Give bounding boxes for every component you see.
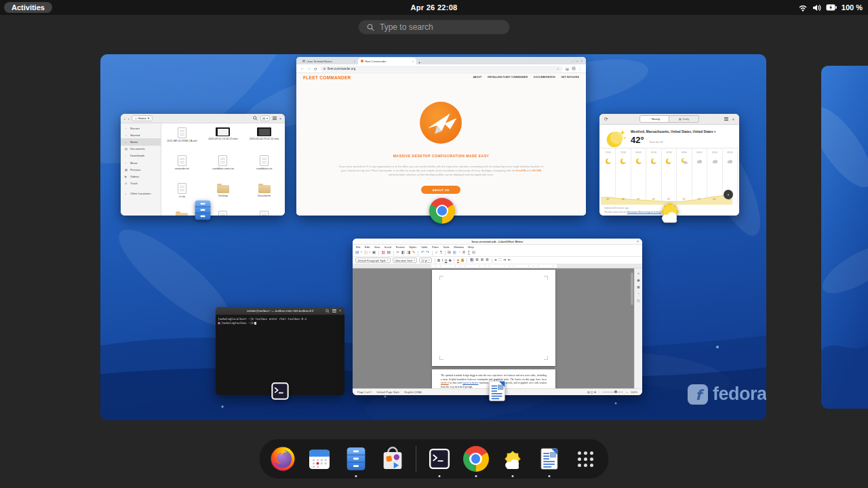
toolbar-icon[interactable]: ▤ bbox=[387, 251, 391, 255]
dock-show-applications[interactable] bbox=[572, 445, 599, 472]
text-link[interactable]: FreeIPA bbox=[516, 169, 526, 172]
file-item[interactable]: candidates.txt bbox=[243, 154, 285, 182]
menu-icon[interactable] bbox=[332, 309, 336, 312]
tab-hourly[interactable]: ◔Hourly bbox=[639, 115, 669, 123]
zoom-slider[interactable] bbox=[603, 392, 623, 393]
document-page-1[interactable] bbox=[432, 270, 555, 366]
file-item[interactable]: 2015-MF-01-RGM-CA.xml bbox=[161, 126, 203, 154]
bullet-list-button[interactable]: ∷ bbox=[498, 258, 501, 262]
writer-app-badge[interactable] bbox=[485, 379, 509, 403]
toolbar-icon[interactable]: ▾ bbox=[361, 251, 362, 253]
menu-tools[interactable]: Tools bbox=[443, 245, 450, 249]
address-bar[interactable]: fleet-commander.org ☆ bbox=[320, 66, 563, 72]
extensions-icon[interactable]: ⊞ bbox=[566, 66, 569, 71]
properties-icon[interactable]: ≡ bbox=[637, 272, 639, 275]
close-icon[interactable]: × bbox=[339, 309, 341, 312]
back-button[interactable]: ‹ bbox=[124, 117, 125, 121]
search-icon[interactable] bbox=[253, 116, 258, 121]
minimize-icon[interactable]: – bbox=[572, 59, 573, 62]
toolbar-icon[interactable]: ¶ bbox=[440, 251, 442, 255]
bold-button[interactable]: B bbox=[437, 258, 440, 262]
path-button[interactable]: ⌂ Home ▾ bbox=[132, 115, 153, 121]
zoom-percent[interactable]: 100% bbox=[631, 390, 637, 394]
text-link[interactable]: layout behavior bbox=[462, 382, 478, 384]
menu-styles[interactable]: Styles bbox=[409, 245, 416, 249]
menu-file[interactable]: File bbox=[356, 245, 361, 249]
font-size-combo[interactable]: 12 pt▾ bbox=[419, 258, 432, 263]
files-app-badge[interactable] bbox=[191, 199, 214, 222]
menu-table[interactable]: Table bbox=[421, 245, 428, 249]
toolbar-icon[interactable]: ✎ bbox=[412, 251, 416, 255]
site-logo-text[interactable]: FLEET COMMANDER bbox=[303, 75, 351, 80]
toolbar-icon[interactable]: ↷ bbox=[426, 251, 429, 255]
toolbar-icon[interactable]: ◧ bbox=[401, 251, 405, 255]
terminal-app-badge[interactable] bbox=[269, 380, 291, 402]
page-count[interactable]: Page 1 of 2 bbox=[357, 390, 371, 394]
profile-avatar[interactable] bbox=[572, 66, 576, 70]
close-icon[interactable]: × bbox=[732, 117, 734, 121]
paragraph-style-combo[interactable]: Default Paragraph Style▾ bbox=[355, 258, 391, 263]
file-item[interactable] bbox=[243, 209, 285, 216]
file-item[interactable]: Documents bbox=[243, 182, 285, 209]
dock-firefox[interactable] bbox=[269, 445, 296, 472]
tab-close-icon[interactable]: × bbox=[354, 60, 355, 63]
menu-view[interactable]: View bbox=[374, 245, 380, 249]
toolbar-icon[interactable]: ↶ bbox=[421, 251, 425, 255]
dock-libreoffice-writer[interactable] bbox=[536, 445, 563, 472]
chrome-app-badge[interactable] bbox=[429, 198, 455, 224]
sidebar-item-home[interactable]: ⌂Home bbox=[121, 138, 161, 145]
italic-button[interactable]: I bbox=[442, 258, 443, 262]
clock[interactable]: Apr 26 22:08 bbox=[0, 0, 868, 15]
browser-tab-inactive[interactable]: Linux Terminal Basics × bbox=[300, 58, 358, 64]
next-hours-button[interactable]: › bbox=[724, 190, 733, 199]
search-icon[interactable] bbox=[326, 309, 330, 313]
dock-software[interactable] bbox=[379, 445, 406, 472]
toolbar-icon[interactable]: ✂ bbox=[396, 251, 399, 255]
toolbar-icon[interactable]: ▤ bbox=[355, 251, 359, 255]
page-style[interactable]: Default Page Style bbox=[376, 390, 399, 394]
gallery-icon[interactable]: ▦ bbox=[637, 285, 639, 289]
nav-link[interactable]: DOCUMENTATION bbox=[534, 76, 555, 79]
vertical-scrollbar[interactable] bbox=[631, 272, 633, 305]
sidebar-item-documents[interactable]: ▤Documents bbox=[121, 146, 161, 152]
toolbar-icon[interactable]: ✓ bbox=[435, 251, 438, 255]
nav-link[interactable]: GET INVOLVED bbox=[561, 76, 580, 79]
nav-link[interactable]: ABOUT bbox=[473, 76, 481, 79]
location-selector[interactable]: Westford, Massachusetts, United States, … bbox=[631, 130, 715, 134]
window-libreoffice-writer[interactable]: linux-terminal.odt - LibreOffice Writer … bbox=[353, 239, 642, 395]
align-right-button[interactable]: ≣ bbox=[481, 258, 484, 262]
toolbar-icon[interactable]: ≣ bbox=[462, 251, 466, 255]
text-language[interactable]: English (USA) bbox=[405, 390, 422, 394]
bookmark-star-icon[interactable]: ☆ bbox=[557, 67, 559, 70]
search-bar[interactable]: Type to search bbox=[358, 20, 510, 35]
sidebar-item-recent[interactable]: ◔Recent bbox=[121, 125, 161, 131]
view-toggle-button[interactable]: ▤ ▾ bbox=[260, 115, 270, 121]
underline-button[interactable]: U bbox=[445, 258, 448, 262]
toolbar-icon[interactable]: ▦ bbox=[453, 251, 456, 255]
close-icon[interactable]: × bbox=[637, 239, 639, 245]
dock-calendar[interactable] bbox=[306, 445, 333, 472]
file-item[interactable]: 2020-09-01 14-30-15.mkv bbox=[203, 126, 244, 154]
nav-link[interactable]: INSTALLING FLEET COMMANDER bbox=[488, 76, 528, 79]
justify-button[interactable]: ≣ bbox=[486, 258, 489, 262]
line-spacing-button[interactable]: ≡ bbox=[494, 258, 496, 262]
close-icon[interactable]: × bbox=[580, 59, 583, 62]
navigator-icon[interactable]: ◔ bbox=[637, 292, 639, 296]
sidebar-item-starred[interactable]: ☆Starred bbox=[121, 131, 161, 138]
menu-window[interactable]: Window bbox=[454, 245, 464, 249]
font-color-button[interactable]: A bbox=[457, 258, 459, 263]
menu-help[interactable]: Help bbox=[468, 245, 473, 249]
dock-chrome[interactable] bbox=[462, 445, 490, 472]
styles-icon[interactable]: ▣ bbox=[637, 279, 639, 282]
menu-icon[interactable] bbox=[273, 117, 277, 120]
sidebar-item-trash[interactable]: ⊘Trash bbox=[121, 180, 161, 187]
toolbar-icon[interactable]: ∑ bbox=[467, 251, 470, 255]
sidebar-item-music[interactable]: ♪Music bbox=[121, 159, 161, 166]
increase-indent-button[interactable]: ⇥ bbox=[503, 258, 507, 262]
forward-icon[interactable]: → bbox=[307, 66, 311, 70]
workspace-next-preview[interactable] bbox=[821, 66, 868, 409]
text-link[interactable]: GNOME bbox=[532, 169, 542, 172]
toolbar-icon[interactable]: ◫ bbox=[363, 251, 367, 255]
file-item[interactable]: nextorder.txt bbox=[161, 154, 203, 182]
toolbar-icon[interactable]: ▥ bbox=[381, 251, 384, 255]
